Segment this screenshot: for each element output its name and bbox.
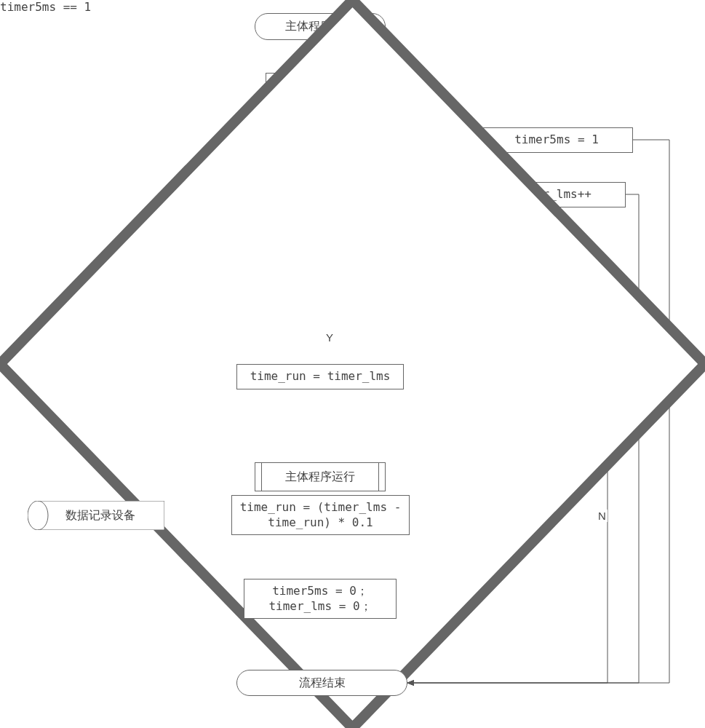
condition-decision: timer5ms == 1 (0, 0, 175, 36)
assign-timerun-process: time_run = timer_lms (236, 364, 404, 389)
reset-process: timer5ms = 0； timer_lms = 0； (244, 579, 397, 619)
reset-line1: timer5ms = 0； (272, 584, 368, 599)
calc-line2: time_run) * 0.1 (268, 515, 373, 531)
edge-label-y: Y (324, 331, 335, 344)
condition-label: timer5ms == 1 (0, 0, 91, 14)
calc-process: time_run = (timer_lms - time_run) * 0.1 (231, 495, 410, 535)
calc-line1: time_run = (timer_lms - (240, 500, 402, 515)
end-terminator: 流程结束 (236, 670, 407, 696)
reset-line2: timer_lms = 0； (268, 599, 371, 614)
edge-label-n: N (597, 510, 608, 522)
storage-label: 数据记录设备 (57, 508, 135, 523)
assign-timerun-label: time_run = timer_lms (250, 369, 391, 384)
main-run-label: 主体程序运行 (285, 470, 355, 485)
end-label: 流程结束 (299, 676, 346, 691)
storage-device: 数据记录设备 (28, 501, 164, 530)
main-run-subprocess: 主体程序运行 (255, 462, 386, 491)
